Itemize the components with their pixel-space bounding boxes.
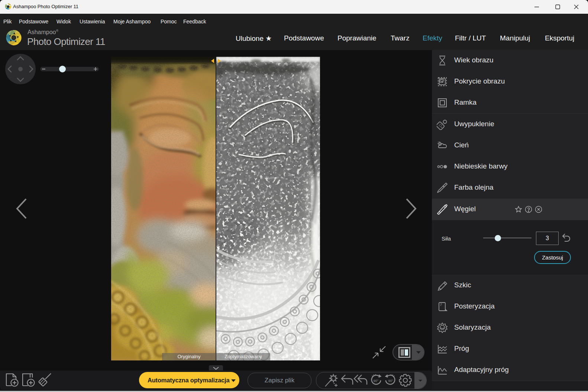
svg-text:90°: 90° — [374, 379, 379, 383]
svg-text:90°: 90° — [388, 379, 394, 383]
